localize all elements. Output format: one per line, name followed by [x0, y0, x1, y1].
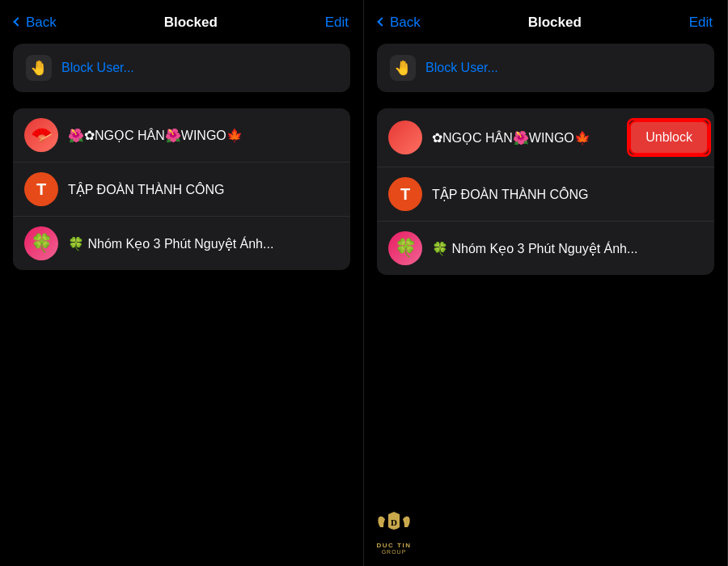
right-item-name-3: 🍀 Nhóm Kẹo 3 Phút Nguyệt Ánh... — [432, 241, 703, 256]
right-back-chevron-icon — [377, 17, 386, 26]
right-back-label: Back — [390, 15, 421, 31]
left-avatar-3: 🍀 — [24, 226, 58, 260]
left-block-user-button[interactable]: 🤚 Block User... — [13, 44, 350, 92]
left-blocked-list: 🪭 🌺✿NGỌC HÂN🌺WINGO🍁 T TẬP ĐOÀN THÀNH CÔN… — [13, 108, 350, 270]
right-blocked-item-3[interactable]: 🍀 🍀 Nhóm Kẹo 3 Phút Nguyệt Ánh... — [377, 222, 714, 275]
left-avatar-1: 🪭 — [24, 118, 58, 152]
watermark: D DUC TIN GROUP — [375, 505, 413, 555]
right-block-user-label: Block User... — [425, 61, 498, 75]
left-back-label: Back — [26, 15, 57, 31]
left-panel: Back Blocked Edit 🤚 Block User... 🪭 🌺✿NG… — [0, 0, 364, 566]
back-chevron-icon — [13, 17, 22, 26]
watermark-sub: GROUP — [382, 549, 407, 555]
unblock-button-container: Unblock — [627, 118, 711, 157]
left-header: Back Blocked Edit — [13, 15, 350, 31]
right-panel: Back Blocked Edit 🤚 Block User... ✿NGỌC … — [364, 0, 728, 566]
left-title: Blocked — [164, 15, 218, 31]
right-item-name-2: TẬP ĐOÀN THÀNH CÔNG — [432, 187, 703, 202]
watermark-logo-icon: D — [375, 505, 413, 542]
right-blocked-list: ✿NGỌC HÂN🌺WINGO🍁 Unblock T TẬP ĐOÀN THÀN… — [377, 108, 714, 275]
left-item-name-1: 🌺✿NGỌC HÂN🌺WINGO🍁 — [68, 128, 339, 143]
right-block-user-icon: 🤚 — [390, 55, 416, 81]
right-item-name-1: ✿NGỌC HÂN🌺WINGO🍁 — [432, 130, 617, 146]
right-title: Blocked — [528, 15, 582, 31]
right-header: Back Blocked Edit — [377, 15, 714, 31]
unblock-button[interactable]: Unblock — [629, 120, 709, 154]
right-back-button[interactable]: Back — [379, 15, 421, 31]
svg-text:D: D — [391, 517, 397, 527]
left-edit-button[interactable]: Edit — [325, 15, 349, 31]
right-blocked-item-2[interactable]: T TẬP ĐOÀN THÀNH CÔNG — [377, 167, 714, 222]
right-edit-button[interactable]: Edit — [689, 15, 713, 31]
right-avatar-3: 🍀 — [388, 231, 422, 265]
left-blocked-item-3[interactable]: 🍀 🍀 Nhóm Kẹo 3 Phút Nguyệt Ánh... — [13, 217, 350, 270]
left-avatar-2: T — [24, 172, 58, 206]
left-blocked-item-1[interactable]: 🪭 🌺✿NGỌC HÂN🌺WINGO🍁 — [13, 108, 350, 163]
left-item-name-3: 🍀 Nhóm Kẹo 3 Phút Nguyệt Ánh... — [68, 236, 339, 251]
left-blocked-item-2[interactable]: T TẬP ĐOÀN THÀNH CÔNG — [13, 163, 350, 217]
left-item-name-2: TẬP ĐOÀN THÀNH CÔNG — [68, 182, 339, 197]
right-avatar-1 — [388, 120, 422, 154]
left-block-user-label: Block User... — [61, 61, 134, 75]
block-user-icon: 🤚 — [26, 55, 52, 81]
right-avatar-2: T — [388, 177, 422, 211]
watermark-name: DUC TIN — [377, 542, 412, 549]
right-item-1-content: ✿NGỌC HÂN🌺WINGO🍁 — [388, 120, 617, 154]
left-back-button[interactable]: Back — [15, 15, 57, 31]
right-block-user-button[interactable]: 🤚 Block User... — [377, 44, 714, 92]
right-blocked-item-1[interactable]: ✿NGỌC HÂN🌺WINGO🍁 Unblock — [377, 108, 714, 167]
